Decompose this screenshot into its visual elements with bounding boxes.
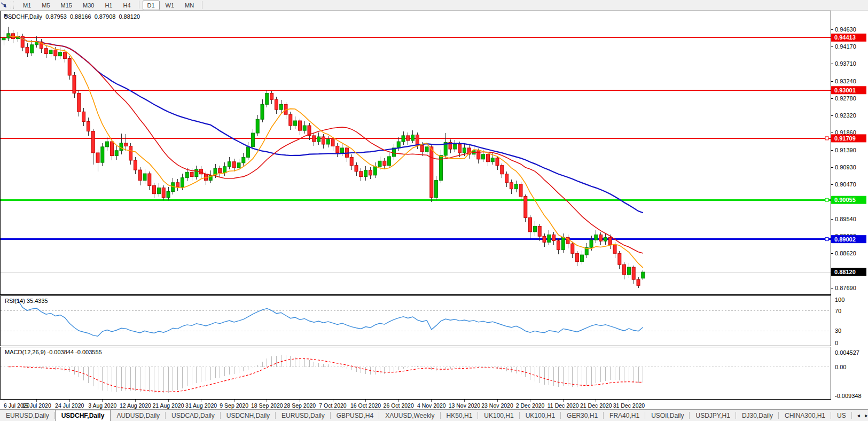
price-tick-label: 0.93240 [835,78,856,84]
date-axis-labels: 6 Jul 202015 Jul 202024 Jul 20203 Aug 20… [4,400,645,409]
date-tick-label: 11 Dec 2020 [548,402,579,409]
timeframe-button-D1[interactable]: D1 [143,1,160,10]
line-handle [825,238,828,241]
date-tick-label: 2 Dec 2020 [516,402,545,409]
chart-tab-GER30-H1[interactable]: GER30,H1 [561,410,604,421]
price-tick-label: 0.88620 [835,250,856,256]
svg-text:0.89002: 0.89002 [834,236,856,243]
line-handle [825,137,828,140]
chart-tab-USDCNH-Daily[interactable]: USDCNH,Daily [221,410,276,421]
svg-text:-0.009348: -0.009348 [835,393,862,399]
date-tick-label: 31 Dec 2020 [613,402,645,409]
price-tick-label: 0.90470 [835,181,856,188]
chart-tab-USDCHF-Daily[interactable]: USDCHF,Daily [55,410,111,421]
chart-tab-GBPUSD-H4[interactable]: GBPUSD,H4 [331,410,379,421]
date-tick-label: 4 Nov 2020 [417,402,446,409]
chart-legend: USDCHF,Daily 0.87953 0.88166 0.87908 0.8… [4,13,140,20]
timeframe-button-group: M1M5M15M30H1H4D1W1MN [18,1,199,10]
chart-tab-FRA40-H1[interactable]: FRA40,H1 [604,410,645,421]
legend-high: 0.88166 [70,13,91,20]
tab-scroll-left-button[interactable]: ◄ [856,413,861,418]
svg-text:0.004527: 0.004527 [835,349,859,356]
price-tick-label: 0.91390 [835,147,856,153]
chart-tab-UK100-H1[interactable]: UK100,H1 [520,410,561,421]
toolbar-separator [202,1,202,9]
date-tick-label: 18 Sep 2020 [251,402,283,409]
timeframe-button-MN[interactable]: MN [180,1,199,10]
chart-tab-USDJPY-H1[interactable]: USDJPY,H1 [690,410,736,421]
chart-tab-bar: EURUSD,DailyUSDCHF,DailyAUDUSD,DailyUSDC… [0,409,868,421]
timeframe-button-M1[interactable]: M1 [18,1,36,10]
rsi-axis: 10070300 [835,297,844,346]
arrow-drawing-tool-icon [0,2,7,9]
svg-text:0.90055: 0.90055 [834,197,856,203]
rsi-indicator-pane[interactable]: 10070300 [0,295,868,346]
legend-open: 0.87953 [45,13,67,20]
svg-text:0.91709: 0.91709 [834,135,856,142]
date-tick-label: 31 Aug 2020 [185,402,217,409]
timeframe-button-H4[interactable]: H4 [118,1,135,10]
chart-tab-USDCAD-Daily[interactable]: USDCAD,Daily [166,410,221,421]
date-tick-label: 26 Oct 2020 [384,402,414,409]
rsi-indicator-label: RSI(14) 35.4335 [5,298,48,304]
svg-text:0.88120: 0.88120 [834,269,856,275]
price-tick-label: 0.89540 [835,216,856,222]
chart-tab-EURUSD-Daily[interactable]: EURUSD,Daily [0,410,55,421]
chart-tab-HK50-H1[interactable]: HK50,H1 [441,410,479,421]
macd-indicator-pane[interactable]: 0.0045270.00-0.009348 [0,347,868,400]
timeframe-button-H1[interactable]: H1 [100,1,117,10]
tab-scroll-controls: ◄ ► [852,410,868,421]
macd-axis: 0.0045270.00-0.009348 [835,349,862,399]
price-tick-label: 0.87690 [835,285,856,291]
timeframe-button-M5[interactable]: M5 [37,1,54,10]
chart-tab-US[interactable]: US [831,410,852,421]
pane-border [1,11,831,295]
price-tick-label: 0.94630 [835,26,856,33]
timeframe-button-M15[interactable]: M15 [56,1,77,10]
date-tick-label: 15 Jul 2020 [22,402,51,409]
svg-text:100: 100 [835,297,844,303]
price-tick-label: 0.93710 [835,60,856,67]
toolbar-grip[interactable] [11,2,14,9]
pane-border [1,347,831,400]
main-chart-pane[interactable]: 0.946300.941700.937100.932400.927800.923… [0,11,868,295]
macd-indicator-label: MACD(12,26,9) -0.003844 -0.003555 [5,349,102,355]
svg-text:70: 70 [835,308,841,314]
date-tick-label: 3 Aug 2020 [88,402,116,409]
svg-text:0: 0 [835,340,838,346]
price-tick-label: 0.92320 [835,112,856,119]
date-tick-label: 24 Jul 2020 [55,402,84,409]
date-tick-label: 21 Dec 2020 [580,402,612,409]
legend-low: 0.87908 [95,13,116,20]
svg-text:0.94413: 0.94413 [834,34,856,41]
tab-scroll-right-button[interactable]: ► [864,413,868,418]
date-tick-label: 21 Aug 2020 [153,402,184,409]
date-tick-label: 23 Nov 2020 [481,402,513,409]
date-tick-label: 12 Aug 2020 [120,402,151,409]
chart-tab-EURUSD-Daily[interactable]: EURUSD,Daily [276,410,331,421]
chart-tab-AUDUSD-Daily[interactable]: AUDUSD,Daily [111,410,166,421]
annotation-arrow-icon [4,13,11,20]
date-tick-label: 9 Sep 2020 [220,402,248,409]
date-tick-label: 13 Nov 2020 [449,402,481,409]
price-badges: 0.944130.930010.917090.900550.890020.881… [825,34,866,276]
svg-text:0.00: 0.00 [835,364,846,370]
timeframe-button-M30[interactable]: M30 [78,1,99,10]
date-axis[interactable]: 6 Jul 202015 Jul 202024 Jul 20203 Aug 20… [0,400,868,409]
price-tick-label: 0.90930 [835,164,856,170]
chart-tabs: EURUSD,DailyUSDCHF,DailyAUDUSD,DailyUSDC… [0,410,852,421]
timeframe-button-W1[interactable]: W1 [161,1,179,10]
chart-tab-XAUUSD-Weekly[interactable]: XAUUSD,Weekly [379,410,440,421]
pane-border [1,296,831,346]
toolbar: ▾ M1M5M15M30H1H4D1W1MN [0,0,868,11]
chart-tab-CHINA300-H1[interactable]: CHINA300,H1 [779,410,831,421]
date-tick-label: 28 Sep 2020 [284,402,316,409]
price-tick-label: 0.92780 [835,95,856,102]
date-tick-label: 7 Oct 2020 [319,402,347,409]
arrow-drawing-tool-button[interactable]: ▾ [0,3,7,7]
chart-tab-DJ30-Daily[interactable]: DJ30,Daily [736,410,779,421]
chart-tab-UK100-H1[interactable]: UK100,H1 [478,410,519,421]
chart-tab-USOil-Daily[interactable]: USOil,Daily [645,410,690,421]
svg-text:0.93001: 0.93001 [834,87,856,93]
toolbar-separator [139,1,139,9]
